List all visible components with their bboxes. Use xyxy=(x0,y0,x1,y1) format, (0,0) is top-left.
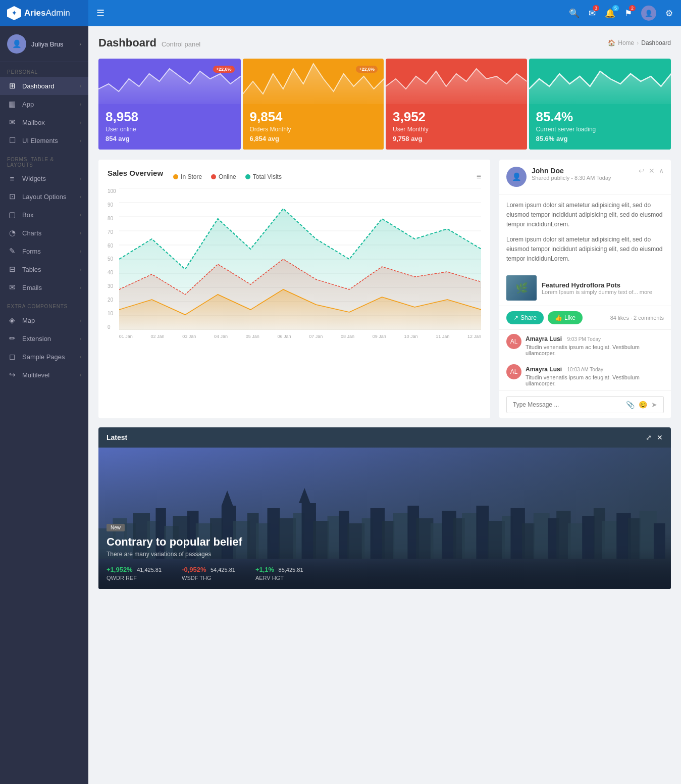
sidebar-user[interactable]: 👤 Juliya Brus › xyxy=(0,26,88,62)
brand-name: AriesAdmin xyxy=(24,8,70,18)
comment-2: AL Amayra Lusi 10:03 AM Today Titudin ve… xyxy=(499,360,671,390)
comment-2-time: 10:03 AM Today xyxy=(567,367,603,372)
activity-user-time: Shared publicly - 8:30 AM Today xyxy=(532,175,639,181)
attachment-icon[interactable]: 📎 xyxy=(626,401,635,409)
brand-logo-icon: ✦ xyxy=(7,6,21,20)
sidebar-item-box[interactable]: ▢ Box › xyxy=(0,206,88,224)
share-button[interactable]: ↗ Share xyxy=(506,311,544,324)
activity-feed: 👤 John Doe Shared publicly - 8:30 AM Tod… xyxy=(499,160,671,418)
comment-1: AL Amayra Lusi 9:03 PM Today Titudin ven… xyxy=(499,330,671,360)
activity-header: 👤 John Doe Shared publicly - 8:30 AM Tod… xyxy=(499,160,671,194)
send-icon[interactable]: ➤ xyxy=(651,401,657,409)
sidebar-label-dashboard: Dashboard xyxy=(22,82,55,90)
sidebar-item-app[interactable]: ▦ App › xyxy=(0,95,88,113)
sidebar-label-box: Box xyxy=(22,211,33,219)
mailbox-icon: ✉ xyxy=(7,118,17,127)
mail-icon[interactable]: ✉ 3 xyxy=(589,8,596,19)
like-button[interactable]: 👍 Like xyxy=(548,311,583,324)
message-input[interactable] xyxy=(513,401,626,408)
collapse-icon[interactable]: ∧ xyxy=(659,167,664,175)
user-avatar[interactable]: 👤 xyxy=(641,6,656,21)
latest-background: New Contrary to popular belief There are… xyxy=(98,448,671,589)
stat2-amount: 54,425.81 xyxy=(211,567,235,573)
sidebar-item-widgets[interactable]: ≡ Widgets › xyxy=(0,170,88,187)
sidebar-chevron-dashboard: › xyxy=(80,83,81,89)
sidebar-item-map[interactable]: ◈ Map › xyxy=(0,311,88,329)
share-icon: ↗ xyxy=(513,314,518,321)
settings-icon[interactable]: ⚙ xyxy=(665,8,673,19)
svg-marker-67 xyxy=(299,488,310,503)
stat-number-3: 3,952 xyxy=(393,109,520,125)
stat-avg-2: 6,854 avg xyxy=(250,135,377,142)
topbar: ☰ 🔍 ✉ 3 🔔 5 ⚑ 2 👤 ⚙ xyxy=(88,0,681,26)
legend-online: Online xyxy=(211,173,236,180)
y-axis: 100 90 80 70 60 50 40 30 20 10 0 xyxy=(108,188,119,330)
activity-meta: John Doe Shared publicly - 8:30 AM Today xyxy=(532,167,639,181)
sidebar-item-tables[interactable]: ⊟ Tables › xyxy=(0,260,88,278)
x-axis: 01 Jan 02 Jan 03 Jan 04 Jan 05 Jan 06 Ja… xyxy=(119,334,481,339)
sidebar-section-personal: PERSONAL xyxy=(0,62,88,77)
sidebar-chevron-ui-elements: › xyxy=(80,138,81,143)
sidebar-item-ui-elements[interactable]: ☐ UI Elements › xyxy=(0,131,88,150)
legend-dot-totalvisits xyxy=(245,174,250,179)
flag-icon[interactable]: ⚑ 2 xyxy=(624,8,632,19)
sidebar-item-layout[interactable]: ⊡ Layout Options › xyxy=(0,187,88,206)
legend-dot-online xyxy=(211,174,216,179)
legend-label-online: Online xyxy=(219,173,236,180)
sidebar-item-dashboard[interactable]: ⊞ Dashboard › xyxy=(0,77,88,95)
latest-overlay: New Contrary to popular belief There are… xyxy=(98,514,671,589)
map-icon: ◈ xyxy=(7,316,17,325)
content: Dashboard Control panel 🏠 Home › Dashboa… xyxy=(88,26,681,784)
comment-1-name: Amayra Lusi xyxy=(526,335,562,342)
hamburger-button[interactable]: ☰ xyxy=(96,8,104,19)
sales-overview-card: Sales Overview In Store Online xyxy=(98,160,490,418)
latest-close-icon[interactable]: ✕ xyxy=(657,433,663,442)
stat-avg-1: 854 avg xyxy=(106,135,234,142)
emoji-icon[interactable]: 😊 xyxy=(639,401,647,409)
page-title: Dashboard xyxy=(98,36,156,50)
chart-menu-icon[interactable]: ≡ xyxy=(477,172,481,181)
sidebar-label-sample: Sample Pages xyxy=(22,353,65,361)
search-icon[interactable]: 🔍 xyxy=(569,8,580,19)
reply-icon[interactable]: ↩ xyxy=(639,167,645,175)
svg-marker-68 xyxy=(222,491,233,506)
message-icons: 📎 😊 ➤ xyxy=(626,401,657,409)
stat3-amount: 85,425.81 xyxy=(279,567,303,573)
sales-overview-title: Sales Overview xyxy=(108,169,163,177)
multilevel-icon: ↪ xyxy=(7,370,17,379)
brand: ✦ AriesAdmin xyxy=(0,0,88,26)
stat-avg-4: 85.6% avg xyxy=(536,135,664,142)
breadcrumb-home-link[interactable]: Home xyxy=(618,39,634,46)
sidebar-item-emails[interactable]: ✉ Emails › xyxy=(0,278,88,297)
page-header: Dashboard Control panel 🏠 Home › Dashboa… xyxy=(98,36,671,50)
sidebar-label-emails: Emails xyxy=(22,284,42,291)
stat-number-1: 8,958 xyxy=(106,109,234,125)
featured-title: Featured Hydroflora Pots xyxy=(542,281,652,289)
sidebar-item-sample[interactable]: ◻ Sample Pages › xyxy=(0,348,88,366)
stat-number-4: 85.4% xyxy=(536,109,664,125)
close-icon[interactable]: ✕ xyxy=(649,167,655,175)
sidebar-chevron-app: › xyxy=(80,102,81,107)
latest-expand-icon[interactable]: ⤢ xyxy=(646,433,652,442)
sidebar-item-extension[interactable]: ✏ Extension › xyxy=(0,329,88,348)
bell-icon[interactable]: 🔔 5 xyxy=(605,8,615,19)
breadcrumb-home-icon: 🏠 xyxy=(608,39,615,46)
stat3-name: AERV HGT xyxy=(255,575,303,581)
latest-heading: Contrary to popular belief xyxy=(107,535,663,549)
breadcrumb-current: Dashboard xyxy=(641,39,671,46)
sidebar-item-charts[interactable]: ◔ Charts › xyxy=(0,224,88,242)
stat-label-2: Orders Monthly xyxy=(250,126,377,133)
stat2-value: -0,952% xyxy=(182,566,206,573)
stat-badge-2: +22,6% xyxy=(356,66,378,73)
stat-cards: +22,6% 8,958 User online 854 avg xyxy=(98,59,671,150)
sidebar-chevron-mailbox: › xyxy=(80,120,81,125)
sidebar-username: Juliya Brus xyxy=(31,40,74,48)
comment-2-name: Amayra Lusi xyxy=(526,366,562,373)
sidebar-item-mailbox[interactable]: ✉ Mailbox › xyxy=(0,113,88,131)
sidebar-item-forms[interactable]: ✎ Forms › xyxy=(0,242,88,260)
sidebar: 👤 Juliya Brus › PERSONAL ⊞ Dashboard › ▦… xyxy=(0,26,88,784)
sidebar-item-multilevel[interactable]: ↪ Multilevel › xyxy=(0,366,88,384)
chart-plot-area: 01 Jan 02 Jan 03 Jan 04 Jan 05 Jan 06 Ja… xyxy=(119,188,481,339)
latest-header-icons: ⤢ ✕ xyxy=(646,433,663,442)
chart-container: 100 90 80 70 60 50 40 30 20 10 0 xyxy=(108,188,481,339)
